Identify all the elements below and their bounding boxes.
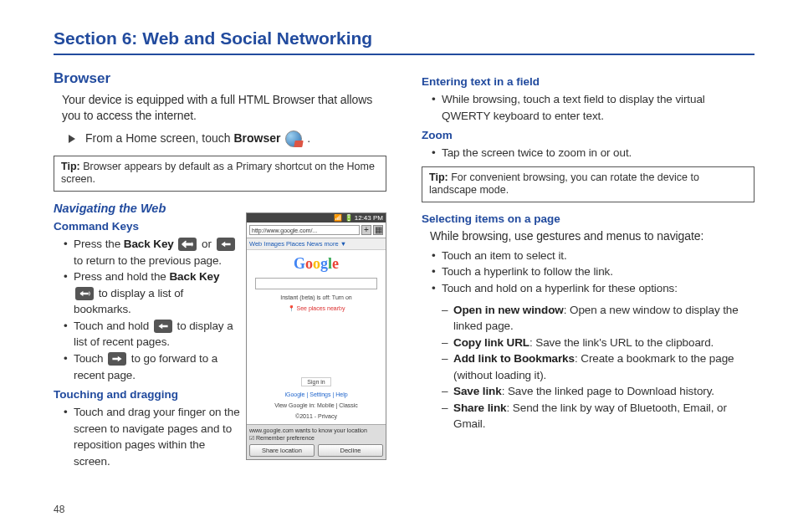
- selecting-list: Touch an item to select it. Touch a hype…: [422, 248, 755, 297]
- zoom-heading: Zoom: [422, 129, 755, 141]
- google-search-box: [255, 278, 376, 289]
- opt-add-bookmark: Add link to Bookmarks: Create a bookmark…: [443, 350, 755, 383]
- t: to return to the previous page.: [74, 254, 222, 267]
- t: See places nearby: [296, 305, 345, 311]
- step-from-home: From a Home screen, touch Browser .: [54, 130, 386, 147]
- places-line: 📍 See places nearby: [288, 305, 345, 312]
- share-location-button: Share location: [249, 444, 315, 457]
- opt-copy-url: Copy link URL: Save the link's URL to th…: [443, 335, 755, 351]
- step-prefix: From a Home screen, touch: [85, 130, 233, 144]
- t: : Save the link's URL to the clipboard.: [529, 336, 714, 349]
- tip-box-landscape: Tip: For convenient browsing, you can ro…: [422, 166, 755, 202]
- phone-body: Google Instant (beta) is off: Turn on 📍 …: [247, 250, 386, 424]
- loc-text: www.google.com wants to know your locati…: [249, 427, 383, 433]
- touch-item: Touch and drag your finger on the screen…: [65, 404, 241, 469]
- sel-item-1: Touch an item to select it.: [433, 248, 755, 264]
- copyright: ©2011 - Privacy: [295, 413, 337, 419]
- decline-button: Decline: [318, 444, 383, 457]
- tip-label: Tip:: [61, 161, 80, 172]
- back-arrow-icon: [154, 320, 172, 333]
- svg-rect-0: [184, 243, 192, 245]
- sel-item-2: Touch a hyperlink to follow the link.: [433, 263, 755, 280]
- view-mode: View Google in: Mobile | Classic: [274, 402, 358, 408]
- back-key-icon: [178, 238, 197, 251]
- entering-text-list: While browsing, touch a text field to di…: [422, 91, 755, 124]
- hyperlink-options-list: Open in new window: Open a new window to…: [422, 302, 755, 433]
- google-logo: Google: [294, 255, 339, 273]
- t: or: [202, 238, 214, 250]
- t: Copy link URL: [453, 336, 529, 349]
- t: Add link to Bookmarks: [453, 352, 575, 365]
- zoom-item: Tap the screen twice to zoom in or out.: [433, 145, 755, 161]
- command-keys-list: Press the Back Key or to return to the p…: [54, 236, 241, 383]
- command-keys-heading: Command Keys: [54, 220, 241, 233]
- touching-heading: Touching and dragging: [54, 388, 241, 401]
- signin-button: Sign in: [301, 377, 330, 386]
- two-column-layout: Browser Your device is equipped with a f…: [54, 70, 755, 474]
- tip-box-browser: Tip: Browser appears by default as a Pri…: [54, 156, 386, 192]
- zoom-list: Tap the screen twice to zoom in or out.: [422, 145, 755, 161]
- t: Touch and hold: [74, 320, 152, 332]
- phone-screenshot: 📶 🔋 12:43 PM http://www.google.com/... +…: [246, 212, 386, 460]
- t: Save link: [453, 385, 502, 397]
- step-suffix: .: [304, 130, 310, 144]
- forward-arrow-icon: [108, 352, 126, 366]
- tip-label: Tip:: [429, 171, 448, 183]
- cmd-item-forward: Touch to go forward to a recent page.: [65, 350, 241, 383]
- entering-text-heading: Entering text in a field: [422, 75, 755, 88]
- t: Share link: [453, 402, 507, 414]
- back-arrow-icon: [217, 238, 235, 251]
- cmd-item-hold-arrow: Touch and hold to display a list of rece…: [65, 318, 241, 350]
- phone-location-prompt: www.google.com wants to know your locati…: [247, 424, 386, 459]
- step-app-name: Browser: [233, 130, 280, 144]
- phone-new-tab-icon: +: [361, 225, 371, 235]
- opt-share-link: Share link: Send the link by way of Blue…: [443, 400, 755, 432]
- t: Press the: [74, 238, 124, 250]
- enter-item: While browsing, touch a text field to di…: [433, 91, 755, 124]
- t: Press and hold the: [74, 270, 169, 283]
- selecting-intro: While browsing, use gestures and menus t…: [422, 228, 755, 244]
- phone-url-field: http://www.google.com/...: [249, 225, 360, 235]
- browser-heading: Browser: [54, 70, 386, 87]
- t: : Save the linked page to Download histo…: [502, 385, 714, 397]
- cmd-item-back: Press the Back Key or to return to the p…: [65, 236, 241, 269]
- instant-line: Instant (beta) is off: Turn on: [280, 294, 351, 300]
- phone-time: 12:43 PM: [355, 214, 383, 222]
- selecting-items-heading: Selecting items on a page: [422, 212, 755, 225]
- t: Back Key: [124, 238, 174, 250]
- section-title: Section 6: Web and Social Networking: [54, 28, 755, 55]
- browser-intro: Your device is equipped with a full HTML…: [54, 92, 386, 124]
- touching-list: Touch and drag your finger on the screen…: [54, 404, 241, 469]
- phone-google-nav: Web Images Places News more ▼: [247, 238, 386, 250]
- phone-url-bar: http://www.google.com/... + ▦: [247, 223, 386, 238]
- back-key-icon: [75, 287, 94, 300]
- remember-label: Remember preference: [256, 435, 315, 441]
- right-column: Entering text in a field While browsing,…: [422, 70, 755, 474]
- step-text: From a Home screen, touch Browser .: [85, 130, 310, 147]
- t: Back Key: [169, 270, 219, 283]
- sel-item-3: Touch and hold on a hyperlink for these …: [433, 280, 755, 297]
- t: Touch: [74, 352, 106, 365]
- footer-links: iGoogle | Settings | Help: [284, 391, 347, 397]
- t: Open in new window: [453, 304, 564, 316]
- left-column: Browser Your device is equipped with a f…: [54, 70, 386, 474]
- browser-globe-icon: [285, 130, 302, 147]
- left-narrow-block: Command Keys Press the Back Key or to re…: [54, 220, 241, 469]
- phone-bookmarks-icon: ▦: [373, 225, 383, 235]
- procedure-marker-icon: [69, 135, 75, 143]
- opt-save-link: Save link: Save the linked page to Downl…: [443, 383, 755, 400]
- cmd-item-hold-back: Press and hold the Back Key to display a…: [65, 269, 241, 318]
- tip-text: Browser appears by default as a Primary …: [61, 161, 375, 186]
- tip-text: For convenient browsing, you can rotate …: [429, 171, 699, 197]
- opt-open-new: Open in new window: Open a new window to…: [443, 302, 755, 335]
- phone-status-bar: 📶 🔋 12:43 PM: [247, 213, 386, 223]
